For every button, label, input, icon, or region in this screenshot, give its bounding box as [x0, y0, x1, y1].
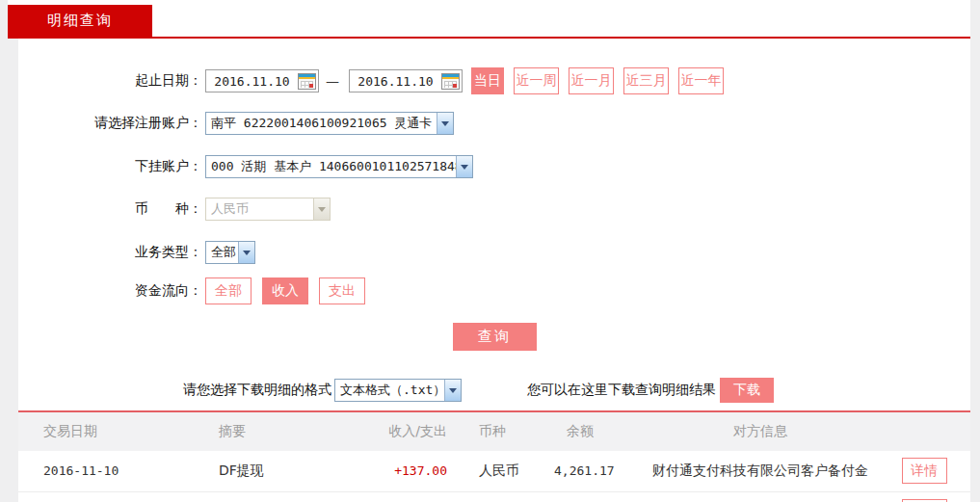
download-format-label: 请您选择下载明细的格式: [183, 382, 331, 399]
header-summary: 摘要: [219, 412, 363, 451]
table-header-row: 交易日期 摘要 收入/支出 币种 余额 对方信息: [18, 412, 970, 451]
quick-range-today-button[interactable]: 当日: [471, 67, 504, 94]
download-format-value: 文本格式（.txt）: [340, 382, 444, 399]
header-income-expense: 收入/支出: [363, 412, 455, 451]
quick-range-week-button[interactable]: 近一周: [514, 67, 559, 94]
cell-counterparty: 财付通支付科技有限公司客户备付金: [643, 451, 878, 491]
results-table: 交易日期 摘要 收入/支出 币种 余额 对方信息 2016-11-10 DF提现…: [18, 410, 970, 502]
cell-balance: 4,261.17: [537, 451, 643, 491]
header-detail-spacer: [878, 412, 970, 451]
sub-account-value: 000 活期 基本户 1406600101102571848: [211, 158, 456, 175]
business-type-value: 全部: [211, 244, 236, 261]
download-format-select[interactable]: 文本格式（.txt）: [334, 379, 462, 402]
sub-account-row: 下挂账户： 000 活期 基本户 1406600101102571848: [18, 155, 970, 178]
main-panel: 起止日期： 2016.11.10 — 2016.11.10 当日 近一周 近一月…: [18, 39, 970, 500]
cell-detail: 详情: [878, 451, 970, 491]
register-account-value: 南平 6222001406100921065 灵通卡: [211, 115, 432, 132]
fund-flow-label: 资金流向：: [18, 282, 202, 300]
fund-flow-all-button[interactable]: 全部: [205, 277, 252, 304]
header-trade-date: 交易日期: [18, 412, 219, 451]
business-type-select[interactable]: 全部: [205, 241, 255, 264]
business-type-label: 业务类型：: [18, 244, 202, 261]
sub-account-select[interactable]: 000 活期 基本户 1406600101102571848: [205, 155, 473, 178]
header-counterparty: 对方信息: [643, 412, 878, 451]
start-date-input[interactable]: 2016.11.10: [205, 69, 319, 92]
cell-amount: +137.00: [363, 451, 455, 491]
register-account-select[interactable]: 南平 6222001406100921065 灵通卡: [205, 112, 454, 135]
header-currency: 币种: [455, 412, 537, 451]
fund-flow-expense-button[interactable]: 支出: [319, 277, 365, 304]
currency-row: 币 种： 人民币: [18, 198, 970, 221]
register-account-label: 请选择注册账户：: [18, 115, 202, 132]
cell-currency: 人民币: [455, 451, 537, 491]
query-button[interactable]: 查询: [453, 323, 537, 351]
cell-summary: DF提现: [219, 451, 363, 491]
register-account-row: 请选择注册账户： 南平 6222001406100921065 灵通卡: [18, 112, 970, 135]
chevron-down-icon: [437, 113, 453, 134]
table-row: 详情: [18, 491, 970, 502]
page-panel: 明细查询 起止日期： 2016.11.10 — 2016.11.10 当日 近一…: [8, 0, 970, 502]
business-type-row: 业务类型： 全部: [18, 241, 970, 264]
table-row: 2016-11-10 DF提现 +137.00 人民币 4,261.17 财付通…: [18, 451, 970, 491]
download-row: 请您选择下载明细的格式 文本格式（.txt） 您可以在这里下载查询明细结果 下载: [18, 378, 970, 403]
chevron-down-icon: [238, 242, 254, 263]
cell-trade-date: 2016-11-10: [18, 451, 219, 491]
fund-flow-row: 资金流向： 全部 收入 支出: [18, 277, 970, 304]
query-row: 查询: [18, 323, 970, 351]
download-button[interactable]: 下载: [720, 378, 774, 403]
start-date-value: 2016.11.10: [206, 74, 298, 89]
header-balance: 余额: [537, 412, 643, 451]
date-range-label: 起止日期：: [18, 72, 202, 90]
quick-range-year-button[interactable]: 近一年: [678, 67, 724, 94]
calendar-icon[interactable]: [298, 73, 316, 90]
tab-bar: 明细查询: [8, 0, 970, 39]
calendar-icon[interactable]: [441, 73, 460, 90]
chevron-down-icon: [456, 156, 472, 177]
chevron-down-icon: [313, 198, 330, 220]
end-date-input[interactable]: 2016.11.10: [349, 69, 463, 92]
sub-account-label: 下挂账户：: [18, 158, 202, 175]
end-date-value: 2016.11.10: [350, 74, 441, 89]
currency-label: 币 种：: [18, 200, 202, 218]
tab-detail-query-label: 明细查询: [47, 12, 113, 30]
detail-button[interactable]: 详情: [902, 499, 947, 502]
currency-value: 人民币: [211, 200, 249, 218]
download-hint: 您可以在这里下载查询明细结果: [527, 382, 716, 399]
detail-button[interactable]: 详情: [902, 458, 947, 484]
cell-detail: 详情: [878, 491, 970, 502]
tab-detail-query[interactable]: 明细查询: [8, 5, 152, 37]
date-separator: —: [326, 73, 339, 89]
currency-select: 人民币: [205, 198, 331, 221]
quick-range-quarter-button[interactable]: 近三月: [623, 67, 669, 94]
chevron-down-icon: [444, 380, 461, 401]
quick-range-month-button[interactable]: 近一月: [569, 67, 614, 94]
date-range-row: 起止日期： 2016.11.10 — 2016.11.10 当日 近一周 近一月…: [18, 67, 970, 94]
fund-flow-income-button[interactable]: 收入: [262, 277, 308, 304]
